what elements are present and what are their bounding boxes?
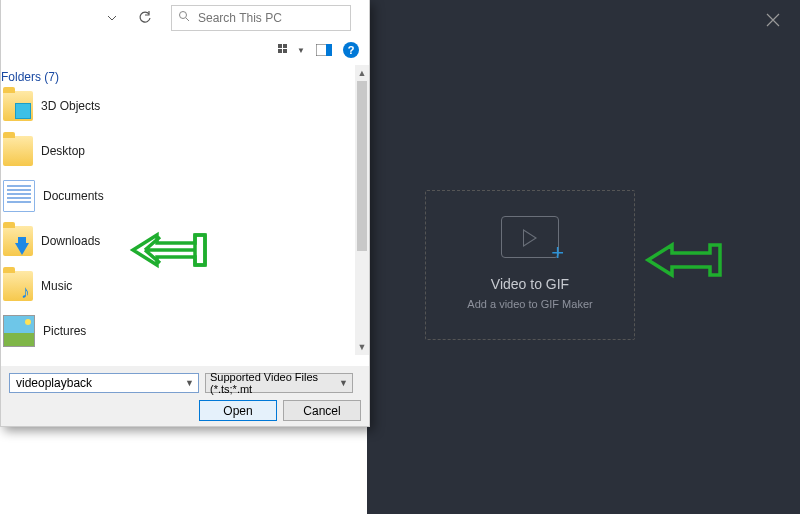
scroll-thumb[interactable] [357, 81, 367, 251]
folder-label: Documents [43, 189, 104, 203]
folder-icon [3, 91, 33, 121]
folders-header: Folders (7) [1, 65, 369, 88]
search-icon [178, 10, 190, 25]
folder-label: Music [41, 279, 72, 293]
folder-icon [3, 226, 33, 256]
help-icon[interactable]: ? [343, 42, 359, 58]
cancel-button[interactable]: Cancel [283, 400, 361, 421]
folder-3d-objects[interactable]: 3D Objects [3, 88, 369, 124]
dialog-nav-bar [1, 0, 369, 35]
refresh-button[interactable] [137, 10, 153, 26]
folder-documents[interactable]: Documents [3, 178, 369, 214]
folder-desktop[interactable]: Desktop [3, 133, 369, 169]
dialog-footer: ▼ Supported Video Files (*.ts;*.mt ▼ Ope… [1, 366, 369, 426]
view-options-button[interactable] [277, 41, 295, 59]
chevron-down-icon: ▼ [297, 46, 305, 55]
dialog-toolbar: ▼ ? [1, 35, 369, 65]
close-button[interactable] [765, 12, 785, 32]
chevron-down-icon: ▼ [339, 378, 348, 388]
svg-rect-2 [278, 44, 282, 48]
folder-label: Desktop [41, 144, 85, 158]
svg-rect-7 [326, 44, 332, 56]
folder-label: 3D Objects [41, 99, 100, 113]
dialog-content: Folders (7) 3D Objects Desktop Documents… [1, 65, 369, 355]
svg-rect-4 [278, 49, 282, 53]
scrollbar[interactable]: ▲ ▼ [355, 65, 369, 355]
open-button[interactable]: Open [199, 400, 277, 421]
folder-downloads[interactable]: Downloads [3, 223, 369, 259]
dropzone-title: Video to GIF [426, 276, 634, 292]
video-play-icon: + [501, 216, 559, 258]
svg-rect-5 [283, 49, 287, 53]
svg-rect-3 [283, 44, 287, 48]
filetype-dropdown[interactable]: Supported Video Files (*.ts;*.mt ▼ [205, 373, 353, 393]
documents-icon [3, 180, 35, 212]
search-input[interactable] [196, 10, 340, 26]
svg-line-1 [186, 18, 189, 21]
folder-icon [3, 136, 33, 166]
folder-music[interactable]: ♪ Music [3, 268, 369, 304]
scroll-down-icon[interactable]: ▼ [355, 339, 369, 355]
folder-label: Downloads [41, 234, 100, 248]
file-open-dialog: ▼ ? Folders (7) 3D Objects Desktop Docum… [0, 0, 370, 427]
search-box[interactable] [171, 5, 351, 31]
svg-point-0 [180, 12, 187, 19]
folder-icon: ♪ [3, 271, 33, 301]
preview-pane-button[interactable] [315, 41, 333, 59]
filetype-label: Supported Video Files (*.ts;*.mt [210, 371, 339, 395]
dropzone-subtitle: Add a video to GIF Maker [426, 298, 634, 310]
folder-pictures[interactable]: Pictures [3, 313, 369, 349]
folder-label: Pictures [43, 324, 86, 338]
filename-combobox[interactable]: ▼ [9, 373, 199, 393]
chevron-down-icon: ▼ [185, 378, 194, 388]
filename-input[interactable] [14, 375, 173, 391]
pictures-icon [3, 315, 35, 347]
path-dropdown-icon[interactable] [107, 10, 123, 26]
video-to-gif-dropzone[interactable]: + Video to GIF Add a video to GIF Maker [425, 190, 635, 340]
plus-icon: + [551, 240, 564, 266]
scroll-up-icon[interactable]: ▲ [355, 65, 369, 81]
